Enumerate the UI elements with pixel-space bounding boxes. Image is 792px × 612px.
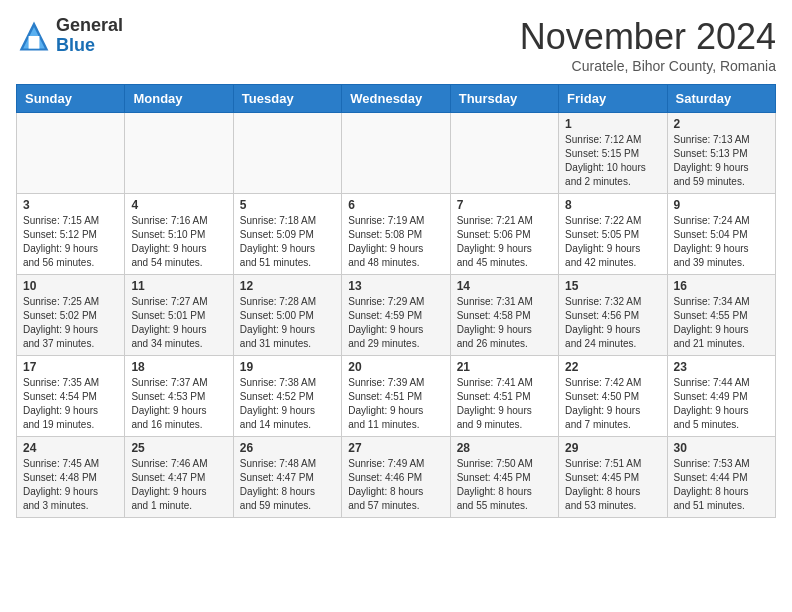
day-info: Sunrise: 7:12 AM Sunset: 5:15 PM Dayligh… <box>565 133 660 189</box>
day-info: Sunrise: 7:29 AM Sunset: 4:59 PM Dayligh… <box>348 295 443 351</box>
month-title: November 2024 <box>520 16 776 58</box>
day-number: 20 <box>348 360 443 374</box>
calendar-cell: 21Sunrise: 7:41 AM Sunset: 4:51 PM Dayli… <box>450 356 558 437</box>
day-number: 11 <box>131 279 226 293</box>
day-info: Sunrise: 7:41 AM Sunset: 4:51 PM Dayligh… <box>457 376 552 432</box>
day-info: Sunrise: 7:19 AM Sunset: 5:08 PM Dayligh… <box>348 214 443 270</box>
day-number: 12 <box>240 279 335 293</box>
calendar-header-sunday: Sunday <box>17 85 125 113</box>
calendar-week-3: 17Sunrise: 7:35 AM Sunset: 4:54 PM Dayli… <box>17 356 776 437</box>
day-info: Sunrise: 7:39 AM Sunset: 4:51 PM Dayligh… <box>348 376 443 432</box>
day-info: Sunrise: 7:34 AM Sunset: 4:55 PM Dayligh… <box>674 295 769 351</box>
day-info: Sunrise: 7:31 AM Sunset: 4:58 PM Dayligh… <box>457 295 552 351</box>
location: Curatele, Bihor County, Romania <box>520 58 776 74</box>
calendar-cell: 27Sunrise: 7:49 AM Sunset: 4:46 PM Dayli… <box>342 437 450 518</box>
day-info: Sunrise: 7:35 AM Sunset: 4:54 PM Dayligh… <box>23 376 118 432</box>
day-info: Sunrise: 7:45 AM Sunset: 4:48 PM Dayligh… <box>23 457 118 513</box>
calendar-cell <box>450 113 558 194</box>
calendar-cell: 3Sunrise: 7:15 AM Sunset: 5:12 PM Daylig… <box>17 194 125 275</box>
day-info: Sunrise: 7:25 AM Sunset: 5:02 PM Dayligh… <box>23 295 118 351</box>
day-info: Sunrise: 7:13 AM Sunset: 5:13 PM Dayligh… <box>674 133 769 189</box>
calendar-cell: 22Sunrise: 7:42 AM Sunset: 4:50 PM Dayli… <box>559 356 667 437</box>
calendar-cell: 10Sunrise: 7:25 AM Sunset: 5:02 PM Dayli… <box>17 275 125 356</box>
day-info: Sunrise: 7:32 AM Sunset: 4:56 PM Dayligh… <box>565 295 660 351</box>
day-info: Sunrise: 7:15 AM Sunset: 5:12 PM Dayligh… <box>23 214 118 270</box>
day-info: Sunrise: 7:53 AM Sunset: 4:44 PM Dayligh… <box>674 457 769 513</box>
calendar-cell: 26Sunrise: 7:48 AM Sunset: 4:47 PM Dayli… <box>233 437 341 518</box>
day-info: Sunrise: 7:46 AM Sunset: 4:47 PM Dayligh… <box>131 457 226 513</box>
calendar-header-wednesday: Wednesday <box>342 85 450 113</box>
day-number: 1 <box>565 117 660 131</box>
day-number: 18 <box>131 360 226 374</box>
day-number: 8 <box>565 198 660 212</box>
calendar-cell: 9Sunrise: 7:24 AM Sunset: 5:04 PM Daylig… <box>667 194 775 275</box>
day-number: 14 <box>457 279 552 293</box>
calendar-week-0: 1Sunrise: 7:12 AM Sunset: 5:15 PM Daylig… <box>17 113 776 194</box>
day-info: Sunrise: 7:38 AM Sunset: 4:52 PM Dayligh… <box>240 376 335 432</box>
day-info: Sunrise: 7:48 AM Sunset: 4:47 PM Dayligh… <box>240 457 335 513</box>
day-number: 28 <box>457 441 552 455</box>
calendar-cell: 23Sunrise: 7:44 AM Sunset: 4:49 PM Dayli… <box>667 356 775 437</box>
day-number: 2 <box>674 117 769 131</box>
day-number: 13 <box>348 279 443 293</box>
calendar-cell: 11Sunrise: 7:27 AM Sunset: 5:01 PM Dayli… <box>125 275 233 356</box>
calendar-week-2: 10Sunrise: 7:25 AM Sunset: 5:02 PM Dayli… <box>17 275 776 356</box>
logo-icon <box>16 18 52 54</box>
day-number: 24 <box>23 441 118 455</box>
day-info: Sunrise: 7:28 AM Sunset: 5:00 PM Dayligh… <box>240 295 335 351</box>
day-info: Sunrise: 7:22 AM Sunset: 5:05 PM Dayligh… <box>565 214 660 270</box>
logo: General Blue <box>16 16 123 56</box>
day-number: 26 <box>240 441 335 455</box>
calendar-week-1: 3Sunrise: 7:15 AM Sunset: 5:12 PM Daylig… <box>17 194 776 275</box>
day-number: 30 <box>674 441 769 455</box>
day-info: Sunrise: 7:42 AM Sunset: 4:50 PM Dayligh… <box>565 376 660 432</box>
day-number: 9 <box>674 198 769 212</box>
day-info: Sunrise: 7:49 AM Sunset: 4:46 PM Dayligh… <box>348 457 443 513</box>
calendar-header-thursday: Thursday <box>450 85 558 113</box>
day-info: Sunrise: 7:51 AM Sunset: 4:45 PM Dayligh… <box>565 457 660 513</box>
calendar-cell: 19Sunrise: 7:38 AM Sunset: 4:52 PM Dayli… <box>233 356 341 437</box>
calendar-cell: 25Sunrise: 7:46 AM Sunset: 4:47 PM Dayli… <box>125 437 233 518</box>
day-number: 27 <box>348 441 443 455</box>
day-number: 21 <box>457 360 552 374</box>
calendar-cell: 1Sunrise: 7:12 AM Sunset: 5:15 PM Daylig… <box>559 113 667 194</box>
svg-rect-2 <box>29 36 40 49</box>
calendar-cell: 4Sunrise: 7:16 AM Sunset: 5:10 PM Daylig… <box>125 194 233 275</box>
day-info: Sunrise: 7:16 AM Sunset: 5:10 PM Dayligh… <box>131 214 226 270</box>
calendar-header-saturday: Saturday <box>667 85 775 113</box>
calendar-header-monday: Monday <box>125 85 233 113</box>
calendar-cell <box>233 113 341 194</box>
day-number: 16 <box>674 279 769 293</box>
day-info: Sunrise: 7:18 AM Sunset: 5:09 PM Dayligh… <box>240 214 335 270</box>
logo-text: General Blue <box>56 16 123 56</box>
day-info: Sunrise: 7:27 AM Sunset: 5:01 PM Dayligh… <box>131 295 226 351</box>
calendar-cell: 18Sunrise: 7:37 AM Sunset: 4:53 PM Dayli… <box>125 356 233 437</box>
day-info: Sunrise: 7:44 AM Sunset: 4:49 PM Dayligh… <box>674 376 769 432</box>
day-number: 29 <box>565 441 660 455</box>
calendar-cell: 8Sunrise: 7:22 AM Sunset: 5:05 PM Daylig… <box>559 194 667 275</box>
calendar-cell: 15Sunrise: 7:32 AM Sunset: 4:56 PM Dayli… <box>559 275 667 356</box>
calendar-cell: 7Sunrise: 7:21 AM Sunset: 5:06 PM Daylig… <box>450 194 558 275</box>
day-number: 5 <box>240 198 335 212</box>
day-number: 25 <box>131 441 226 455</box>
calendar-cell: 28Sunrise: 7:50 AM Sunset: 4:45 PM Dayli… <box>450 437 558 518</box>
calendar-header-friday: Friday <box>559 85 667 113</box>
day-number: 6 <box>348 198 443 212</box>
day-number: 4 <box>131 198 226 212</box>
calendar-table: SundayMondayTuesdayWednesdayThursdayFrid… <box>16 84 776 518</box>
calendar-body: 1Sunrise: 7:12 AM Sunset: 5:15 PM Daylig… <box>17 113 776 518</box>
calendar-cell <box>17 113 125 194</box>
calendar-cell: 5Sunrise: 7:18 AM Sunset: 5:09 PM Daylig… <box>233 194 341 275</box>
day-number: 17 <box>23 360 118 374</box>
calendar-cell: 30Sunrise: 7:53 AM Sunset: 4:44 PM Dayli… <box>667 437 775 518</box>
day-number: 7 <box>457 198 552 212</box>
title-block: November 2024 Curatele, Bihor County, Ro… <box>520 16 776 74</box>
calendar-cell: 13Sunrise: 7:29 AM Sunset: 4:59 PM Dayli… <box>342 275 450 356</box>
day-number: 22 <box>565 360 660 374</box>
day-number: 23 <box>674 360 769 374</box>
calendar-header-tuesday: Tuesday <box>233 85 341 113</box>
day-number: 10 <box>23 279 118 293</box>
calendar-cell: 12Sunrise: 7:28 AM Sunset: 5:00 PM Dayli… <box>233 275 341 356</box>
day-info: Sunrise: 7:24 AM Sunset: 5:04 PM Dayligh… <box>674 214 769 270</box>
calendar-header-row: SundayMondayTuesdayWednesdayThursdayFrid… <box>17 85 776 113</box>
